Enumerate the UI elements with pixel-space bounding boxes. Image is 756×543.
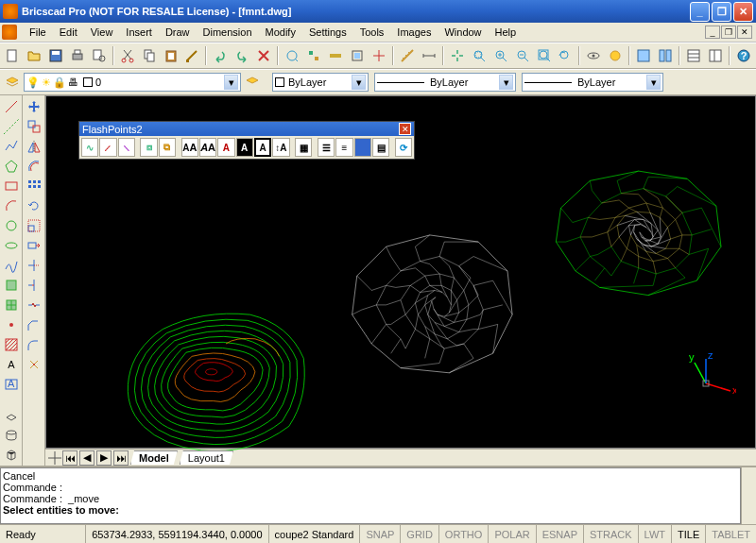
menu-dimension[interactable]: Dimension <box>197 25 259 40</box>
menu-settings[interactable]: Settings <box>302 25 353 40</box>
fp-tool-1[interactable]: ∿ <box>81 138 98 157</box>
copy-tool[interactable] <box>24 116 44 136</box>
fp-tool-4[interactable]: ⧈ <box>140 138 157 157</box>
box-tool[interactable] <box>1 445 22 465</box>
new-button[interactable] <box>2 45 23 66</box>
chamfer-tool[interactable] <box>24 314 44 334</box>
open-button[interactable] <box>24 45 44 66</box>
lineweight-combo[interactable]: ByLayer ▾ <box>522 73 663 92</box>
toggle-snap[interactable]: SNAP <box>359 525 400 543</box>
delete-button[interactable] <box>253 45 274 66</box>
scale-tool[interactable] <box>24 215 44 235</box>
command-scrollbar[interactable] <box>741 467 756 524</box>
fp-settings[interactable]: ≡ <box>335 138 352 157</box>
rotate-tool[interactable] <box>24 195 44 215</box>
window-icon-a[interactable] <box>633 45 654 66</box>
fp-doc[interactable]: ▤ <box>372 138 389 157</box>
color-combo[interactable]: ByLayer ▾ <box>272 73 369 92</box>
revolve-tool[interactable] <box>1 425 22 445</box>
properties-button[interactable] <box>683 45 704 66</box>
menu-file[interactable]: File <box>23 25 53 40</box>
circle-tool[interactable] <box>1 215 22 235</box>
fp-blue[interactable] <box>354 138 371 157</box>
measure-icon[interactable] <box>397 45 418 66</box>
toggle-lwt[interactable]: LWT <box>638 525 671 543</box>
fp-bold-a[interactable]: AA <box>181 138 198 157</box>
mtext-tool[interactable]: A <box>1 374 22 394</box>
stretch-tool[interactable] <box>24 235 44 255</box>
tab-layout1[interactable]: Layout1 <box>180 450 233 465</box>
mirror-tool[interactable] <box>24 136 44 156</box>
construction-line-tool[interactable] <box>1 116 22 136</box>
point-tool[interactable] <box>1 314 22 334</box>
fillet-tool[interactable] <box>24 334 44 354</box>
break-tool[interactable] <box>24 295 44 314</box>
toolicon-c[interactable] <box>325 45 346 66</box>
insert-block-tool[interactable] <box>1 275 22 295</box>
offset-tool[interactable] <box>24 156 44 176</box>
explode-tool[interactable] <box>24 354 44 374</box>
help-button[interactable]: ? <box>733 45 754 66</box>
fp-color-a[interactable]: A <box>217 138 234 157</box>
rectangle-tool[interactable] <box>1 176 22 195</box>
realtime-pan-button[interactable] <box>447 45 468 66</box>
polyline-tool[interactable] <box>1 136 22 156</box>
panel-titlebar[interactable]: FlashPoints2 ✕ <box>79 122 414 136</box>
zoom-previous-button[interactable] <box>556 45 576 66</box>
toolicon-a[interactable] <box>282 45 302 66</box>
paste-button[interactable] <box>161 45 181 66</box>
undo-button[interactable] <box>210 45 231 66</box>
fp-tool-2[interactable]: ⟋ <box>99 138 116 157</box>
toolicon-b[interactable] <box>303 45 324 66</box>
move-tool[interactable] <box>24 96 44 116</box>
fp-tool-5[interactable]: ⧉ <box>159 138 176 157</box>
print-preview-button[interactable] <box>89 45 110 66</box>
layer-combo[interactable]: 💡 ☀ 🔒 🖶 0 ▾ <box>24 73 241 92</box>
doc-minimize-button[interactable]: _ <box>705 25 720 39</box>
doc-restore-button[interactable]: ❐ <box>721 25 736 39</box>
menu-edit[interactable]: Edit <box>53 25 84 40</box>
cut-button[interactable] <box>117 45 138 66</box>
layer-states-button[interactable] <box>242 72 263 93</box>
fp-outline-a[interactable]: A <box>254 138 271 157</box>
toggle-strack[interactable]: STRACK <box>583 525 638 543</box>
spline-tool[interactable] <box>1 255 22 275</box>
tab-model[interactable]: Model <box>130 450 178 465</box>
dimension-icon[interactable] <box>419 45 439 66</box>
toggle-esnap[interactable]: ESNAP <box>536 525 583 543</box>
match-properties-button[interactable] <box>182 45 203 66</box>
polygon-tool[interactable] <box>1 156 22 176</box>
render-button[interactable] <box>605 45 626 66</box>
fp-tool-3[interactable]: ⟍ <box>118 138 135 157</box>
zoom-in-button[interactable] <box>490 45 511 66</box>
zoom-out-button[interactable] <box>512 45 533 66</box>
toggle-tablet[interactable]: TABLET <box>705 525 756 543</box>
panel-close-button[interactable]: ✕ <box>399 123 411 135</box>
toggle-tile[interactable]: TILE <box>671 525 705 543</box>
toggle-polar[interactable]: POLAR <box>488 525 535 543</box>
menu-modify[interactable]: Modify <box>259 25 302 40</box>
layer-manager-button[interactable] <box>2 72 23 93</box>
menu-window[interactable]: Window <box>438 25 488 40</box>
flashpoints-panel[interactable]: FlashPoints2 ✕ ∿ ⟋ ⟍ ⧈ ⧉ AA AA A A A ↕A … <box>78 121 415 160</box>
toggle-ortho[interactable]: ORTHO <box>438 525 489 543</box>
fp-box-a[interactable]: A <box>236 138 253 157</box>
close-button[interactable]: ✕ <box>733 2 753 22</box>
hatch-tool[interactable] <box>1 334 22 354</box>
menu-insert[interactable]: Insert <box>119 25 159 40</box>
menu-tools[interactable]: Tools <box>353 25 391 40</box>
array-tool[interactable] <box>24 176 44 195</box>
fp-arrows-a[interactable]: ↕A <box>272 138 289 157</box>
window-icon-b[interactable] <box>655 45 676 66</box>
command-text[interactable]: Cancel Commande : Commande : _move Selec… <box>0 467 741 524</box>
maximize-button[interactable]: ❐ <box>712 2 731 22</box>
save-button[interactable] <box>45 45 66 66</box>
trim-tool[interactable] <box>24 255 44 275</box>
text-tool[interactable]: A <box>1 354 22 374</box>
make-block-tool[interactable] <box>1 295 22 314</box>
zoom-extents-button[interactable] <box>534 45 555 66</box>
toolicon-e[interactable] <box>369 45 389 66</box>
menu-draw[interactable]: Draw <box>159 25 197 40</box>
print-button[interactable] <box>67 45 88 66</box>
doc-close-button[interactable]: ✕ <box>737 25 752 39</box>
